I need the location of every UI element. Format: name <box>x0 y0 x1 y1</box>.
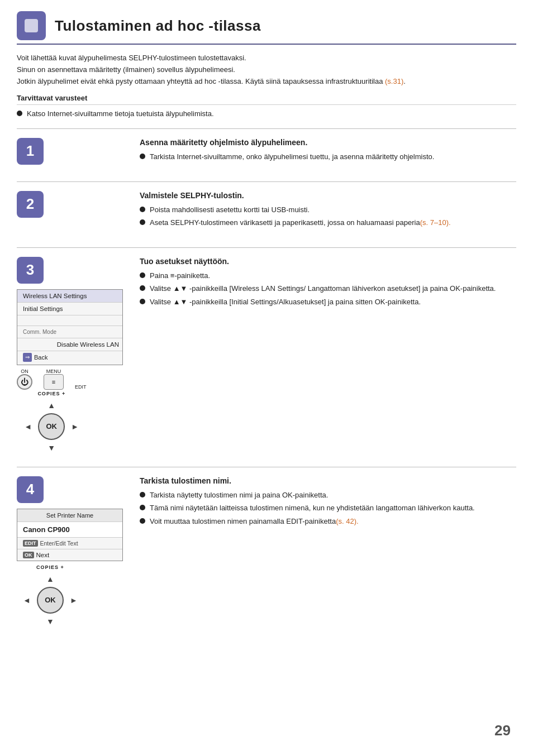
step-4-bullet-0: Tarkista näytetty tulostimen nimi ja pai… <box>150 490 328 501</box>
screen-row-back: ⇒ Back <box>17 351 122 365</box>
screen-next-row: OK Next <box>17 549 122 561</box>
ok-button[interactable]: OK <box>38 413 65 440</box>
step-4-heading: Tarkista tulostimen nimi. <box>140 476 516 485</box>
next-text: Next <box>36 552 50 558</box>
ok-badge: OK <box>23 552 34 558</box>
copies-label-3: COPIES + <box>37 391 65 396</box>
screen-row-disable: Disable Wireless LAN <box>17 338 122 351</box>
list-item: Poista mahdollisesti asetettu kortti tai… <box>140 204 516 216</box>
step-1-right: Asenna määritetty ohjelmisto älypuhelime… <box>140 138 516 170</box>
on-button-group: ON ⏻ <box>17 369 32 390</box>
step-3-number: 3 <box>17 257 44 284</box>
list-item: Paina ≡-painiketta. <box>140 270 516 281</box>
intro-line1: Voit lähettää kuvat älypuhelimesta SELPH… <box>17 54 246 62</box>
screen-row-initial: Initial Settings <box>17 303 122 315</box>
step-2-number: 2 <box>17 191 44 218</box>
intro-link[interactable]: (s.31) <box>385 77 403 85</box>
list-item: Tarkista Internet-sivuiltamme, onko älyp… <box>140 151 516 162</box>
bullet-icon <box>17 111 22 116</box>
bullet-icon <box>140 154 145 159</box>
bullet-icon <box>140 492 145 497</box>
intro-text: Voit lähettää kuvat älypuhelimesta SELPH… <box>17 52 516 87</box>
divider4 <box>17 467 516 467</box>
nav-down-button-4[interactable]: ▼ <box>37 614 64 629</box>
menu-button-group: MENU ≡ <box>44 369 64 390</box>
divider2 <box>17 181 516 182</box>
nav-up-button[interactable]: ▲ <box>38 398 65 413</box>
intro-line3: Jotkin älypuhelimet eivät ehkä pysty ott… <box>17 77 383 85</box>
nav-right-button-4[interactable]: ► <box>64 587 84 614</box>
bullet-icon <box>140 272 145 278</box>
step-4-left: 4 Set Printer Name Canon CP900 EDIT Ente… <box>17 476 129 629</box>
step-3-screen: Wireless LAN Settings Initial Settings C… <box>17 289 123 365</box>
cluster-top-row: ON ⏻ MENU ≡ EDIT <box>17 369 87 390</box>
step-2-link[interactable]: (s. 7–10). <box>420 217 451 228</box>
step-4-right: Tarkista tulostimen nimi. Tarkista näyte… <box>140 476 516 535</box>
step-4-screen: Set Printer Name Canon CP900 EDIT Enter/… <box>17 509 123 561</box>
bullet-icon <box>140 518 145 524</box>
nav-left-button[interactable]: ◄ <box>18 413 38 440</box>
back-label: Back <box>34 354 47 361</box>
requirements-heading: Tarvittavat varusteet <box>17 94 516 105</box>
step-4-bullet-2: Voit muuttaa tulostimen nimen painamalla… <box>150 516 336 527</box>
list-item: Voit muuttaa tulostimen nimen painamalla… <box>140 516 516 527</box>
bullet-icon <box>140 285 145 291</box>
divider <box>17 128 516 129</box>
step-3-bullet-2: Valitse ▲▼ -painikkeilla [Initial Settin… <box>150 296 421 308</box>
edit-text: Enter/Edit Text <box>40 540 78 547</box>
copies-label-4: COPIES + <box>36 564 64 570</box>
step-4-bullets: Tarkista näytetty tulostimen nimi ja pai… <box>140 490 516 527</box>
step-3-right: Tuo asetukset näyttöön. Paina ≡-painiket… <box>140 257 516 315</box>
step-3-controls: ON ⏻ MENU ≡ EDIT COPIES + ▲ ◄ OK ► ▼ <box>17 369 87 456</box>
screen-row-comm: Comm. Mode <box>17 326 122 338</box>
on-label: ON <box>21 369 28 374</box>
edit-badge: EDIT <box>23 540 38 547</box>
edit-label: EDIT <box>75 384 87 390</box>
step-4-link[interactable]: (s. 42). <box>336 516 358 527</box>
step-2-left: 2 <box>17 191 129 223</box>
step-1-bullets: Tarkista Internet-sivuiltamme, onko älyp… <box>140 151 516 162</box>
requirement-item-0: Katso Internet-sivuiltamme tietoja tuetu… <box>27 108 214 119</box>
page-number: 29 <box>494 722 511 739</box>
nav-right-button[interactable]: ► <box>65 413 85 440</box>
screen-row-blank <box>17 315 122 326</box>
on-button[interactable]: ⏻ <box>17 374 32 390</box>
step-3-left: 3 Wireless LAN Settings Initial Settings… <box>17 257 129 456</box>
screen-value: Canon CP900 <box>17 522 122 538</box>
step-1-bullet-0: Tarkista Internet-sivuiltamme, onko älyp… <box>150 151 434 162</box>
step-4-controls: COPIES + ▲ ◄ OK ► ▼ <box>17 564 84 629</box>
requirements-list: Katso Internet-sivuiltamme tietoja tuetu… <box>17 108 516 119</box>
page-header: Tulostaminen ad hoc -tilassa <box>17 11 516 45</box>
nav-up-button-4[interactable]: ▲ <box>37 571 64 587</box>
intro-line2: Sinun on asennettava määritetty (ilmaine… <box>17 65 235 74</box>
step-1-left: 1 <box>17 138 129 170</box>
list-item: Tämä nimi näytetään laitteissa tulostime… <box>140 503 516 514</box>
back-arrow-icon: ⇒ <box>23 353 32 362</box>
step-2-heading: Valmistele SELPHY-tulostin. <box>140 191 516 200</box>
bullet-icon <box>140 219 145 225</box>
menu-button[interactable]: ≡ <box>44 374 64 390</box>
menu-label: MENU <box>46 369 61 374</box>
ok-button-4[interactable]: OK <box>37 587 64 614</box>
step-3-bullets: Paina ≡-painiketta. Valitse ▲▼ -painikke… <box>140 270 516 308</box>
step-2-row: 2 Valmistele SELPHY-tulostin. Poista mah… <box>17 191 516 236</box>
step-1-number: 1 <box>17 138 44 165</box>
nav-cluster-4: ▲ ◄ OK ► ▼ <box>17 571 84 629</box>
list-item: Valitse ▲▼ -painikkeilla [Wireless LAN S… <box>140 283 516 294</box>
screen-header: Set Printer Name <box>17 509 122 522</box>
bullet-icon <box>140 505 145 510</box>
list-item: Aseta SELPHY-tulostimeen värikasetti ja … <box>140 217 516 228</box>
nav-left-button-4[interactable]: ◄ <box>17 587 37 614</box>
step-2-right: Valmistele SELPHY-tulostin. Poista mahdo… <box>140 191 516 236</box>
step-3-heading: Tuo asetukset näyttöön. <box>140 257 516 266</box>
list-item: Katso Internet-sivuiltamme tietoja tuetu… <box>17 108 516 119</box>
step-2-bullets: Poista mahdollisesti asetettu kortti tai… <box>140 204 516 228</box>
nav-down-button[interactable]: ▼ <box>38 440 65 456</box>
step-3-row: 3 Wireless LAN Settings Initial Settings… <box>17 257 516 456</box>
divider3 <box>17 247 516 248</box>
step-2-bullet-1: Aseta SELPHY-tulostimeen värikasetti ja … <box>150 217 420 228</box>
step-3-bullet-0: Paina ≡-painiketta. <box>150 270 210 281</box>
page-title: Tulostaminen ad hoc -tilassa <box>55 17 261 35</box>
header-icon <box>17 11 46 40</box>
step-4-row: 4 Set Printer Name Canon CP900 EDIT Ente… <box>17 476 516 629</box>
